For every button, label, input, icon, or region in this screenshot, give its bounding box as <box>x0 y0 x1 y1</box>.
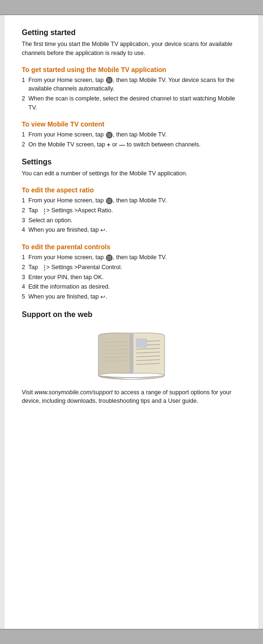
minus-icon: — <box>119 140 125 150</box>
list-item: 2 Tap > Settings >Parental Control. <box>22 263 241 272</box>
list-item: 2 Tap > Settings >Aspect Ratio. <box>22 206 241 215</box>
page-wrapper: Getting started The first time you start… <box>0 0 263 644</box>
list-item: 4 When you are finished, tap ↩. <box>22 226 241 235</box>
list-item: 4 Edit the information as desired. <box>22 282 241 291</box>
settings-body: You can edit a number of settings for th… <box>22 169 241 178</box>
back-icon: ↩ <box>100 292 105 302</box>
dots-icon <box>40 264 46 271</box>
to-view-content-list: 1 From your Home screen, tap , then tap … <box>22 130 241 149</box>
list-item: 5 When you are finished, tap ↩. <box>22 292 241 302</box>
svg-rect-0 <box>130 333 133 373</box>
grid-icon <box>106 254 113 261</box>
list-item: 2 On the Mobile TV screen, tap + or — to… <box>22 140 241 150</box>
list-item: 1 From your Home screen, tap , then tap … <box>22 130 241 139</box>
list-item: 1 From your Home screen, tap , then tap … <box>22 76 241 94</box>
plus-icon: + <box>107 140 111 150</box>
grid-icon <box>106 77 113 83</box>
grid-icon <box>106 198 113 204</box>
grid-icon <box>106 132 113 138</box>
book-svg <box>94 328 169 381</box>
support-text: Visit www.sonymobile.com/support to acce… <box>22 388 241 406</box>
to-edit-parental-subheading: To edit the parental controls <box>22 243 241 251</box>
content-area: Getting started The first time you start… <box>5 15 258 629</box>
to-edit-aspect-list: 1 From your Home screen, tap , then tap … <box>22 196 241 235</box>
to-get-started-subheading: To get started using the Mobile TV appli… <box>22 65 241 74</box>
settings-heading: Settings <box>22 158 241 166</box>
bottom-bar <box>0 629 263 644</box>
list-item: 1 From your Home screen, tap , then tap … <box>22 253 241 262</box>
list-item: 2 When the scan is complete, select the … <box>22 94 241 112</box>
list-item: 1 From your Home screen, tap , then tap … <box>22 196 241 205</box>
to-get-started-list: 1 From your Home screen, tap , then tap … <box>22 76 241 112</box>
support-text-before: Visit <box>22 389 35 396</box>
support-url: www.sonymobile.com/support <box>35 389 113 396</box>
svg-rect-8 <box>136 339 147 347</box>
book-illustration <box>22 328 241 381</box>
to-edit-parental-list: 1 From your Home screen, tap , then tap … <box>22 253 241 302</box>
dots-icon <box>40 208 46 214</box>
support-heading: Support on the web <box>22 310 241 319</box>
list-item: 3 Select an option. <box>22 216 241 225</box>
to-view-content-subheading: To view Mobile TV content <box>22 120 241 128</box>
getting-started-body: The first time you start the Mobile TV a… <box>22 40 241 58</box>
to-edit-aspect-subheading: To edit the aspect ratio <box>22 186 241 194</box>
top-bar <box>0 0 263 15</box>
getting-started-heading: Getting started <box>22 28 241 37</box>
back-icon: ↩ <box>100 226 105 235</box>
list-item: 3 Enter your PIN, then tap OK. <box>22 273 241 282</box>
